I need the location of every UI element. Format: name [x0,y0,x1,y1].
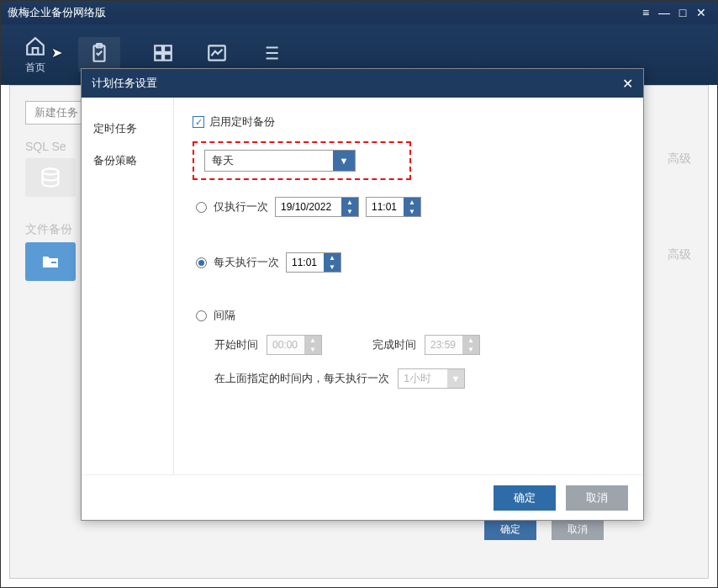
list-lines-icon [260,42,282,67]
interval-start-field [267,336,304,354]
chart-icon [206,42,228,67]
sql-card[interactable] [25,158,76,197]
enable-schedule-checkbox[interactable]: ✓ 启用定时备份 [193,114,625,130]
modal-titlebar: 计划任务设置 ✕ [82,69,643,98]
interval-repeat-label: 在上面指定的时间内，每天执行一次 [214,371,389,386]
frequency-value: 每天 [205,151,333,171]
interval-end-field [425,336,462,354]
interval-subsection: 开始时间 ▲▼ 完成时间 ▲▼ 在上面指定的时间内，每天执行一次 1 [214,335,625,389]
ok-button[interactable]: 确定 [494,485,556,511]
minimize-icon[interactable]: — [655,6,673,19]
maximize-icon[interactable]: □ [673,6,692,19]
titlebar: 傲梅企业备份网络版 ≡ — □ ✕ [1,1,717,24]
once-time-field[interactable] [367,198,404,216]
modal-main: ✓ 启用定时备份 每天 ▼ 仅执行一次 ▲▼ ▲▼ [174,98,643,474]
nav-monitor[interactable] [206,42,228,67]
once-option[interactable]: 仅执行一次 ▲▼ ▲▼ [196,197,625,217]
daily-label: 每天执行一次 [214,255,279,270]
daily-option[interactable]: 每天执行一次 ▲▼ [196,252,625,273]
once-date-input[interactable]: ▲▼ [275,197,359,217]
frequency-highlight: 每天 ▼ [193,141,411,180]
svg-point-7 [43,169,59,175]
spin-down-icon: ▼ [304,345,321,354]
spin-up-icon: ▲ [462,336,479,345]
spin-down-icon: ▼ [462,345,479,354]
interval-option[interactable]: 间隔 [196,308,625,323]
interval-label: 间隔 [214,308,235,323]
enable-schedule-label: 启用定时备份 [209,114,275,130]
sidebar-item-schedule[interactable]: 定时任务 [82,113,173,145]
cancel-button[interactable]: 取消 [566,485,628,511]
interval-repeat-select: 1小时 ▼ [398,368,465,389]
svg-rect-4 [155,54,162,61]
nav-tasks[interactable] [78,37,120,72]
chevron-down-icon: ▼ [333,151,355,171]
modal-sidebar: 定时任务 备份策略 [82,98,174,474]
interval-start-label: 开始时间 [214,337,258,352]
frequency-select[interactable]: 每天 ▼ [204,150,356,172]
radio-icon [196,202,207,213]
list-icon[interactable]: ≡ [636,6,655,19]
nav-home-label: 首页 [25,61,45,75]
spin-up-icon[interactable]: ▲ [404,198,420,207]
new-task-button[interactable]: 新建任务 [25,101,87,124]
spin-up-icon: ▲ [304,336,321,345]
spin-down-icon[interactable]: ▼ [324,262,341,272]
app-title: 傲梅企业备份网络版 [8,5,106,20]
background-footer: 确定 取消 [484,518,604,540]
clipboard-icon [88,42,110,67]
home-icon [24,35,46,61]
windows-icon [152,42,174,67]
interval-start-input: ▲▼ [267,335,322,355]
once-label: 仅执行一次 [214,199,268,215]
daily-time-field[interactable] [287,253,324,272]
interval-repeat-value: 1小时 [399,369,447,388]
modal-footer: 确定 取消 [82,474,643,520]
modal-title-text: 计划任务设置 [92,76,157,91]
advanced-link-1[interactable]: 高级 [668,151,691,167]
svg-rect-5 [164,54,172,61]
advanced-link-2[interactable]: 高级 [668,247,691,262]
sidebar-item-policy[interactable]: 备份策略 [82,145,173,177]
nav-system[interactable] [152,42,174,67]
spin-down-icon[interactable]: ▼ [341,207,358,216]
once-time-input[interactable]: ▲▼ [366,197,421,217]
file-card[interactable] [25,242,76,281]
nav-logs[interactable] [260,42,282,67]
bg-cancel-button[interactable]: 取消 [552,518,604,540]
interval-end-label: 完成时间 [372,337,416,352]
nav-home[interactable]: 首页 [24,35,46,75]
radio-checked-icon [196,257,207,268]
radio-icon [196,310,207,321]
once-date-field[interactable] [276,198,341,216]
spin-down-icon[interactable]: ▼ [404,207,420,216]
modal-close-icon[interactable]: ✕ [622,76,633,92]
chevron-down-icon: ▼ [447,369,464,388]
spin-up-icon[interactable]: ▲ [324,253,341,262]
spin-up-icon[interactable]: ▲ [341,198,358,207]
bg-ok-button[interactable]: 确定 [484,518,536,540]
svg-rect-3 [164,45,172,52]
schedule-settings-modal: 计划任务设置 ✕ 定时任务 备份策略 ✓ 启用定时备份 每天 ▼ 仅执行一次 [81,68,644,521]
close-icon[interactable]: ✕ [692,6,710,19]
check-icon: ✓ [193,116,204,128]
daily-time-input[interactable]: ▲▼ [286,252,341,273]
interval-end-input: ▲▼ [425,335,480,355]
svg-rect-2 [155,45,162,52]
